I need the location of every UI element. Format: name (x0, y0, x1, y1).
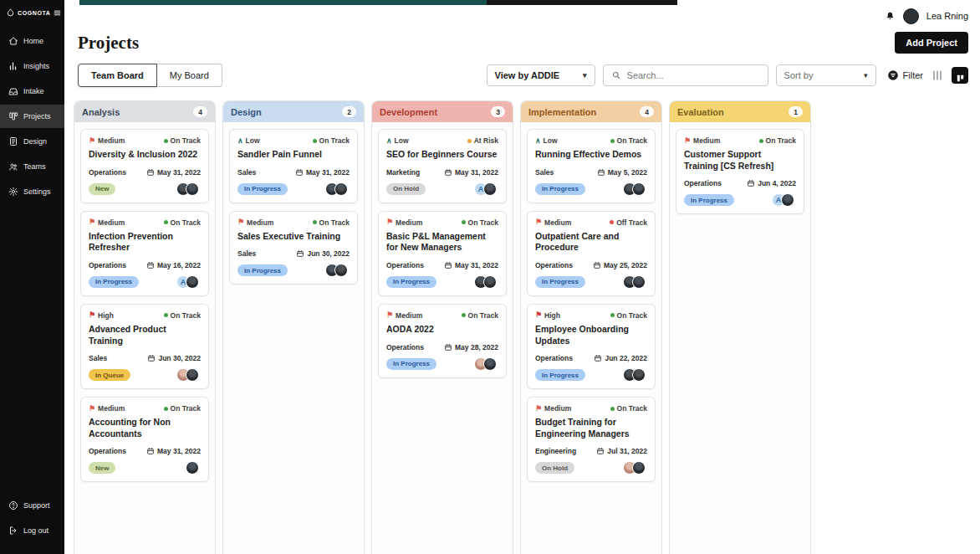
priority: ⚑Medium (386, 311, 422, 320)
column-title: Development (380, 107, 437, 117)
project-card[interactable]: ∧LowOn TrackSandler Pain FunnelSalesMay … (229, 129, 358, 203)
project-card[interactable]: ⚑MediumOn TrackCustomer Support Training… (676, 129, 804, 214)
notifications-bell-icon[interactable] (885, 11, 896, 22)
avatar (334, 264, 348, 277)
project-card[interactable]: ⚑MediumOn TrackSales Executive TrainingS… (229, 211, 358, 285)
add-project-button[interactable]: Add Project (895, 32, 968, 54)
menu-icon[interactable] (53, 8, 62, 18)
sidebar-item-log-out[interactable]: Log out (0, 519, 64, 542)
avatars (181, 368, 201, 382)
sidebar-item-label: Teams (23, 162, 46, 171)
priority-icon: ⚑ (237, 218, 244, 226)
project-card[interactable]: ∧LowOn TrackRunning Effective DemosSales… (527, 129, 656, 203)
project-card[interactable]: ⚑MediumOn TrackAODA 2022OperationsMay 28… (378, 304, 507, 378)
column-header: Analysis4 (74, 101, 215, 122)
sort-by-label: Sort by (784, 70, 814, 80)
status-badge: On Hold (535, 462, 574, 474)
board-tabs: Team Board My Board (78, 64, 222, 87)
sidebar-item-intake[interactable]: Intake (0, 80, 64, 103)
column-analysis: Analysis4⚑MediumOn TrackDiversity & Incl… (74, 100, 216, 554)
sidebar-item-insights[interactable]: Insights (0, 54, 64, 78)
card-title: Basic P&L Management for New Managers (386, 231, 498, 254)
list-view-toggle-icon[interactable] (931, 69, 944, 82)
tab-team-board[interactable]: Team Board (78, 64, 157, 87)
logout-icon (8, 526, 18, 536)
search-box[interactable] (603, 64, 768, 86)
status-dot-icon (610, 313, 615, 317)
avatars: A (181, 275, 201, 289)
track-status: On Track (164, 136, 201, 145)
status-badge: In Progress (535, 369, 585, 381)
department: Operations (535, 261, 573, 269)
column-development: Development3∧LowAt RiskSEO for Beginners… (371, 100, 513, 554)
sidebar-item-support[interactable]: Support (0, 494, 64, 517)
department: Operations (89, 447, 126, 455)
tab-my-board[interactable]: My Board (157, 64, 222, 87)
status-badge: New (89, 462, 115, 474)
project-card[interactable]: ⚑MediumOn TrackBasic P&L Management for … (378, 211, 507, 296)
project-card[interactable]: ⚑MediumOn TrackAccounting for Non Accoun… (80, 397, 209, 482)
due-date: May 31, 2022 (444, 261, 498, 269)
priority: ∧Low (535, 136, 558, 145)
cognota-logo-icon (6, 8, 15, 18)
department: Operations (386, 343, 424, 351)
project-card[interactable]: ⚑HighOn TrackAdvanced Product TrainingSa… (80, 304, 209, 389)
status-badge: In Progress (237, 183, 288, 195)
search-input[interactable] (627, 70, 753, 80)
filter-button[interactable]: Filter (887, 69, 923, 81)
column-design: Design2∧LowOn TrackSandler Pain FunnelSa… (222, 100, 365, 554)
column-title: Evaluation (677, 107, 724, 117)
status-badge: In Progress (684, 194, 734, 206)
status-badge: In Progress (386, 358, 436, 370)
priority: ∧Low (237, 136, 260, 145)
priority-icon: ⚑ (535, 311, 542, 319)
priority: ⚑Medium (89, 136, 125, 145)
department: Sales (237, 249, 256, 258)
column-implementation: Implementation4∧LowOn TrackRunning Effec… (520, 100, 662, 554)
calendar-icon (147, 354, 156, 362)
priority-icon: ⚑ (89, 311, 95, 319)
due-date: May 31, 2022 (444, 168, 498, 177)
teams-icon (8, 162, 18, 172)
project-card[interactable]: ⚑MediumOff TrackOutpatient Care and Proc… (527, 211, 656, 296)
page-title: Projects (78, 33, 139, 54)
chevron-down-icon: ▾ (583, 71, 587, 80)
due-date: Jun 30, 2022 (147, 354, 201, 362)
department: Marketing (386, 168, 420, 177)
avatars: A (478, 182, 498, 196)
view-by-dropdown[interactable]: View by ADDIE ▾ (487, 64, 595, 86)
sidebar-item-label: Support (23, 501, 50, 510)
card-title: Employee Onboarding Updates (535, 324, 647, 346)
sidebar-item-teams[interactable]: Teams (0, 155, 64, 178)
status-dot-icon (313, 220, 317, 224)
sidebar-item-home[interactable]: Home (0, 29, 64, 53)
sidebar-item-projects[interactable]: Projects (0, 105, 64, 128)
avatar (334, 182, 348, 196)
avatar (781, 193, 794, 207)
column-count-badge: 4 (193, 106, 207, 117)
project-card[interactable]: ⚑MediumOn TrackBudget Training for Engin… (527, 397, 656, 482)
due-date: May 31, 2022 (146, 447, 201, 455)
sidebar-item-label: Settings (23, 187, 51, 196)
project-card[interactable]: ⚑MediumOn TrackDiversity & Inclusion 202… (80, 129, 209, 203)
sidebar-item-settings[interactable]: Settings (0, 180, 64, 203)
project-card[interactable]: ⚑HighOn TrackEmployee Onboarding Updates… (527, 304, 656, 389)
user-avatar[interactable] (903, 8, 919, 24)
sidebar-item-design[interactable]: Design (0, 130, 64, 153)
calendar-icon (444, 261, 452, 269)
app-root: COGNOTA HomeInsightsIntakeProjectsDesign… (0, 0, 980, 554)
track-status: On Track (313, 218, 350, 227)
project-card[interactable]: ⚑MediumOn TrackInfection Prevention Refr… (80, 211, 209, 296)
sidebar-item-label: Log out (23, 526, 48, 535)
search-icon (611, 70, 621, 80)
calendar-icon (295, 168, 304, 177)
project-card[interactable]: ∧LowAt RiskSEO for Beginners CourseMarke… (378, 129, 507, 203)
card-title: Customer Support Training [CS Refresh] (684, 149, 796, 172)
logo-row: COGNOTA (0, 0, 64, 29)
sort-by-dropdown[interactable]: Sort by ▾ (776, 64, 876, 86)
status-dot-icon (164, 220, 168, 224)
calendar-icon (444, 168, 452, 177)
toolbar: Team Board My Board View by ADDIE ▾ Sort… (64, 64, 980, 97)
column-cards: ⚑MediumOn TrackDiversity & Inclusion 202… (74, 122, 215, 489)
board-view-toggle-icon[interactable] (952, 67, 968, 84)
